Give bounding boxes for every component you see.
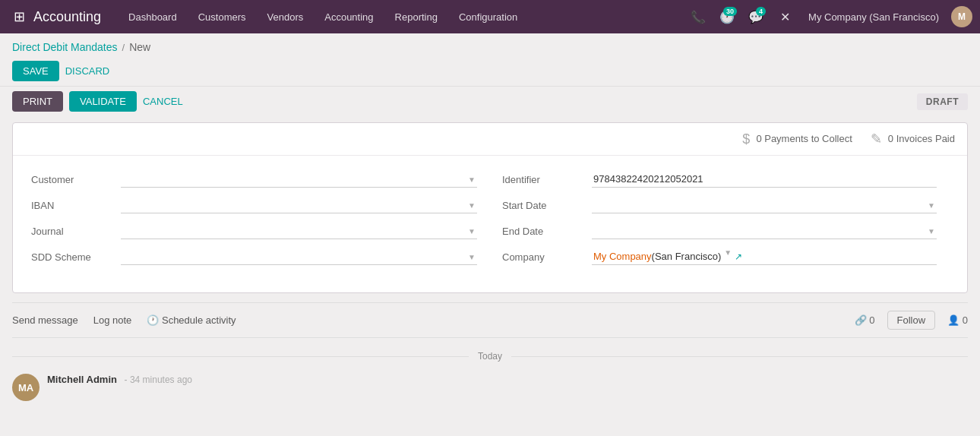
- breadcrumb-separator: /: [122, 42, 125, 53]
- page-content: Direct Debit Mandates / New SAVE DISCARD…: [0, 33, 980, 407]
- start-date-wrap: ▼: [592, 197, 937, 213]
- user-initials: M: [958, 11, 966, 22]
- chatter-right: 🔗 0 Follow 👤 0: [855, 311, 968, 330]
- customer-row: Customer ▼: [31, 171, 477, 188]
- form-card-header: $ 0 Payments to Collect ✎ 0 Invoices Pai…: [13, 123, 967, 156]
- chatter-date-divider: Today: [12, 350, 968, 362]
- activity-badge: 30: [723, 7, 737, 16]
- validate-button[interactable]: VALIDATE: [69, 91, 137, 112]
- chatter-message-content: Mitchell Admin - 34 minutes ago: [47, 374, 192, 385]
- company-name-suffix: (San Francisco): [652, 251, 722, 262]
- users-count: 👤 0: [947, 314, 968, 326]
- nav-vendors[interactable]: Vendors: [258, 7, 313, 27]
- phone-button[interactable]: 📞: [687, 5, 710, 28]
- messages-button[interactable]: 💬 4: [744, 5, 767, 28]
- end-date-row: End Date ▼: [502, 223, 937, 239]
- sdd-row: SDD Scheme CORE ▼: [31, 248, 477, 265]
- action-bar: SAVE DISCARD: [0, 56, 980, 86]
- company-external-link[interactable]: ↗: [735, 251, 742, 262]
- chatter: Send message Log note 🕐 Schedule activit…: [12, 302, 968, 407]
- sender-initials: MA: [18, 382, 33, 393]
- company-name: My Company (San Francisco): [808, 11, 939, 23]
- nav-configuration[interactable]: Configuration: [450, 7, 526, 27]
- save-button[interactable]: SAVE: [12, 61, 59, 81]
- payments-label: 0 Payments to Collect: [756, 133, 852, 146]
- nav-links: Dashboard Customers Vendors Accounting R…: [119, 7, 684, 27]
- form-right-section: Identifier 97843822420212052021 Start Da…: [490, 171, 949, 274]
- status-badge: DRAFT: [917, 93, 968, 110]
- dollar-icon: $: [742, 131, 750, 147]
- schedule-activity-button[interactable]: 🕐 Schedule activity: [147, 314, 236, 326]
- company-value-wrap: My Company (San Francisco) ▼ ↗: [592, 248, 937, 265]
- grid-icon: ⊞: [14, 8, 25, 25]
- user-avatar[interactable]: M: [951, 6, 972, 27]
- app-grid-icon[interactable]: ⊞: [8, 5, 30, 28]
- customer-input-wrap: ▼: [121, 171, 477, 188]
- chatter-avatar: MA: [12, 374, 40, 401]
- iban-input-wrap: ▼: [121, 197, 477, 213]
- end-date-label: End Date: [502, 226, 586, 237]
- invoices-stat[interactable]: ✎ 0 Invoices Paid: [871, 131, 955, 147]
- nav-reporting[interactable]: Reporting: [386, 7, 447, 27]
- journal-label: Journal: [31, 226, 115, 237]
- payments-count-val: 0: [756, 133, 764, 144]
- end-date-wrap: ▼: [592, 223, 937, 239]
- identifier-label: Identifier: [502, 174, 586, 185]
- company-label: Company: [502, 251, 586, 263]
- followers-count: 🔗 0: [855, 314, 875, 326]
- chatter-message: MA Mitchell Admin - 34 minutes ago: [12, 368, 968, 407]
- activity-button[interactable]: 🕐 30: [716, 5, 738, 28]
- chatter-actions: Send message Log note 🕐 Schedule activit…: [12, 302, 968, 338]
- messages-badge: 4: [756, 7, 766, 16]
- company-row: Company My Company (San Francisco) ▼ ↗: [502, 248, 937, 265]
- identifier-row: Identifier 97843822420212052021: [502, 171, 937, 188]
- form-card: $ 0 Payments to Collect ✎ 0 Invoices Pai…: [12, 122, 968, 293]
- schedule-activity-label: Schedule activity: [162, 314, 236, 326]
- payments-text-val: Payments to Collect: [764, 133, 852, 144]
- divider-label: Today: [469, 351, 511, 362]
- breadcrumb-parent[interactable]: Direct Debit Mandates: [12, 41, 118, 53]
- clock-icon: 🕐: [147, 314, 159, 326]
- sdd-label: SDD Scheme: [31, 251, 115, 263]
- sdd-input[interactable]: CORE: [121, 248, 477, 265]
- print-button[interactable]: PRINT: [12, 91, 63, 112]
- start-date-label: Start Date: [502, 200, 586, 211]
- follow-button[interactable]: Follow: [887, 311, 936, 330]
- form-left-section: Customer ▼ IBAN ▼ Journal: [31, 171, 490, 274]
- invoice-icon: ✎: [871, 131, 882, 147]
- nav-dashboard[interactable]: Dashboard: [119, 7, 186, 27]
- nav-accounting[interactable]: Accounting: [315, 7, 382, 27]
- paperclip-icon: 🔗: [855, 314, 867, 326]
- customer-input[interactable]: [121, 171, 477, 188]
- payments-stat[interactable]: $ 0 Payments to Collect: [742, 131, 852, 147]
- send-message-button[interactable]: Send message: [12, 314, 78, 326]
- message-sender: Mitchell Admin: [47, 374, 117, 385]
- cancel-button[interactable]: CANCEL: [143, 96, 183, 107]
- breadcrumb-current: New: [129, 41, 150, 53]
- company-dropdown-arrow: ▼: [724, 248, 732, 257]
- journal-input[interactable]: [121, 223, 477, 239]
- discard-button[interactable]: DISCARD: [65, 65, 110, 77]
- nav-customers[interactable]: Customers: [189, 7, 255, 27]
- start-date-row: Start Date ▼: [502, 197, 937, 213]
- iban-input[interactable]: [121, 197, 477, 213]
- close-button[interactable]: ✕: [773, 5, 796, 28]
- sdd-input-wrap: CORE ▼: [121, 248, 477, 265]
- company-name-normal: My Company: [593, 251, 652, 262]
- identifier-value: 97843822420212052021: [592, 171, 937, 188]
- secondary-action-bar: PRINT VALIDATE CANCEL DRAFT: [0, 86, 980, 116]
- customer-label: Customer: [31, 174, 115, 185]
- invoices-label: 0 Invoices Paid: [888, 133, 955, 146]
- nav-right: 📞 🕐 30 💬 4 ✕ My Company (San Francisco) …: [687, 5, 972, 28]
- person-icon: 👤: [947, 314, 959, 326]
- log-note-button[interactable]: Log note: [93, 314, 132, 326]
- breadcrumb: Direct Debit Mandates / New: [0, 33, 980, 56]
- top-navigation: ⊞ Accounting Dashboard Customers Vendors…: [0, 0, 980, 33]
- start-date-input[interactable]: [592, 197, 937, 213]
- app-name: Accounting: [33, 9, 101, 25]
- iban-label: IBAN: [31, 200, 115, 211]
- end-date-input[interactable]: [592, 223, 937, 239]
- journal-row: Journal ▼: [31, 223, 477, 239]
- journal-input-wrap: ▼: [121, 223, 477, 239]
- form-body: Customer ▼ IBAN ▼ Journal: [13, 156, 967, 292]
